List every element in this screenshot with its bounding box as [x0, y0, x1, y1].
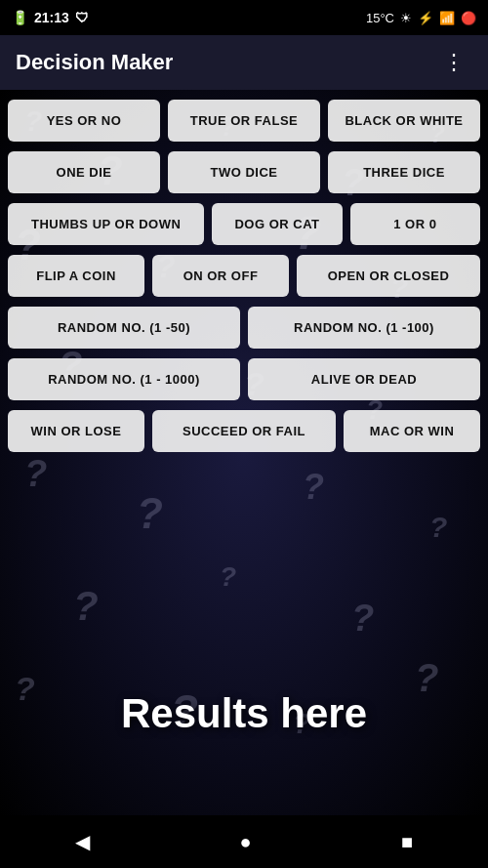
- app-title: Decision Maker: [16, 50, 173, 75]
- battery-icon: 🔴: [461, 11, 476, 25]
- button-row-5: RANDOM NO. (1 -50) RANDOM NO. (1 -100): [8, 307, 480, 349]
- status-right: 15°C ☀ ⚡ 📶 🔴: [366, 11, 476, 25]
- flip-a-coin-button[interactable]: FLIP A COIN: [8, 255, 144, 297]
- bluetooth-icon: ⚡: [418, 11, 433, 25]
- button-row-3: THUMBS UP OR DOWN DOG OR CAT 1 OR 0: [8, 203, 480, 245]
- results-area: Results here: [0, 671, 488, 757]
- random-1-1000-button[interactable]: RANDOM NO. (1 - 1000): [8, 358, 240, 400]
- one-die-button[interactable]: ONE DIE: [8, 151, 160, 193]
- signal-icon: 📶: [439, 11, 455, 25]
- two-dice-button[interactable]: TWO DICE: [168, 151, 320, 193]
- brightness-icon: ☀: [400, 11, 412, 25]
- 1-or-0-button[interactable]: 1 OR 0: [350, 203, 480, 245]
- results-text: Results here: [121, 690, 367, 736]
- succeed-or-fail-button[interactable]: SUCCEED OR FAIL: [152, 410, 336, 452]
- recent-apps-button[interactable]: ■: [386, 823, 428, 861]
- open-or-closed-button[interactable]: OPEN OR CLOSED: [297, 255, 480, 297]
- button-row-6: RANDOM NO. (1 - 1000) ALIVE OR DEAD: [8, 358, 480, 400]
- true-or-false-button[interactable]: TRUE OR FALSE: [168, 100, 320, 142]
- carrier-icon: 🔋: [12, 10, 28, 25]
- thumbs-up-or-down-button[interactable]: THUMBS UP OR DOWN: [8, 203, 204, 245]
- mac-or-win-button[interactable]: MAC OR WIN: [344, 410, 480, 452]
- app-bar: Decision Maker ⋮: [0, 35, 488, 90]
- status-left: 🔋 21:13 🛡: [12, 10, 89, 25]
- button-row-1: YES OR NO TRUE OR FALSE BLACK OR WHITE: [8, 100, 480, 142]
- time: 21:13: [34, 10, 69, 25]
- button-row-2: ONE DIE TWO DICE THREE DICE: [8, 151, 480, 193]
- yes-or-no-button[interactable]: YES OR NO: [8, 100, 160, 142]
- temperature: 15°C: [366, 11, 394, 25]
- buttons-grid: YES OR NO TRUE OR FALSE BLACK OR WHITE O…: [8, 100, 480, 452]
- more-options-icon[interactable]: ⋮: [435, 46, 472, 79]
- dog-or-cat-button[interactable]: DOG OR CAT: [212, 203, 342, 245]
- random-1-100-button[interactable]: RANDOM NO. (1 -100): [248, 307, 480, 349]
- button-row-4: FLIP A COIN ON OR OFF OPEN OR CLOSED: [8, 255, 480, 297]
- win-or-lose-button[interactable]: WIN OR LOSE: [8, 410, 144, 452]
- random-1-50-button[interactable]: RANDOM NO. (1 -50): [8, 307, 240, 349]
- nav-bar: ◀ ● ■: [0, 815, 488, 868]
- home-button[interactable]: ●: [224, 823, 266, 861]
- main-content: ? ? ? ? ? ? ? ? ? ? ? ? ? ? ? ? ? ? ? ? …: [0, 90, 488, 815]
- three-dice-button[interactable]: THREE DICE: [328, 151, 480, 193]
- shield-icon: 🛡: [75, 10, 89, 25]
- alive-or-dead-button[interactable]: ALIVE OR DEAD: [248, 358, 480, 400]
- status-bar: 🔋 21:13 🛡 15°C ☀ ⚡ 📶 🔴: [0, 0, 488, 35]
- button-row-7: WIN OR LOSE SUCCEED OR FAIL MAC OR WIN: [8, 410, 480, 452]
- back-button[interactable]: ◀: [60, 822, 105, 861]
- black-or-white-button[interactable]: BLACK OR WHITE: [328, 100, 480, 142]
- on-or-off-button[interactable]: ON OR OFF: [152, 255, 289, 297]
